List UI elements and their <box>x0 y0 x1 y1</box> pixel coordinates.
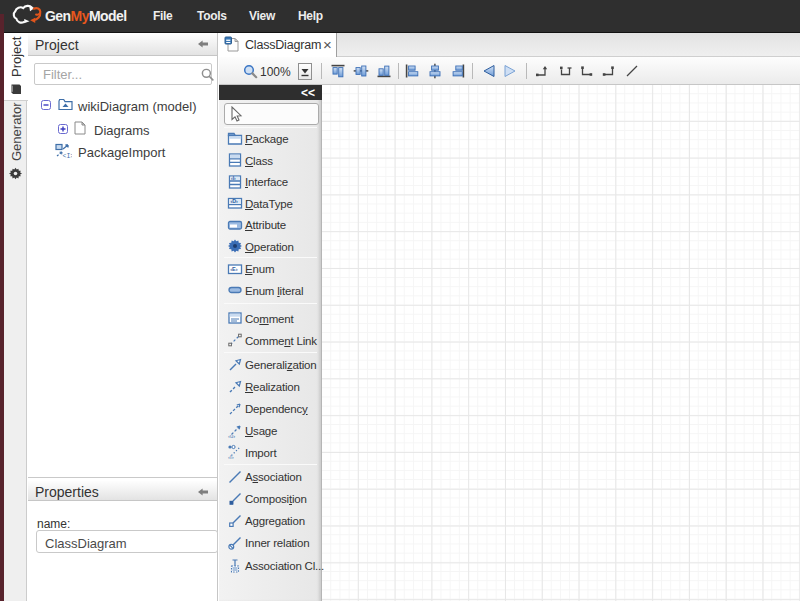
svg-text:‹E›: ‹E› <box>230 266 238 272</box>
svg-text:‹u›: ‹u› <box>228 432 235 438</box>
svg-text:‹D›: ‹D› <box>230 198 238 204</box>
svg-text:‹I›: ‹I› <box>228 454 234 460</box>
svg-text:‹I›: ‹I› <box>231 175 236 181</box>
svg-text:<I>: <I> <box>63 153 73 159</box>
